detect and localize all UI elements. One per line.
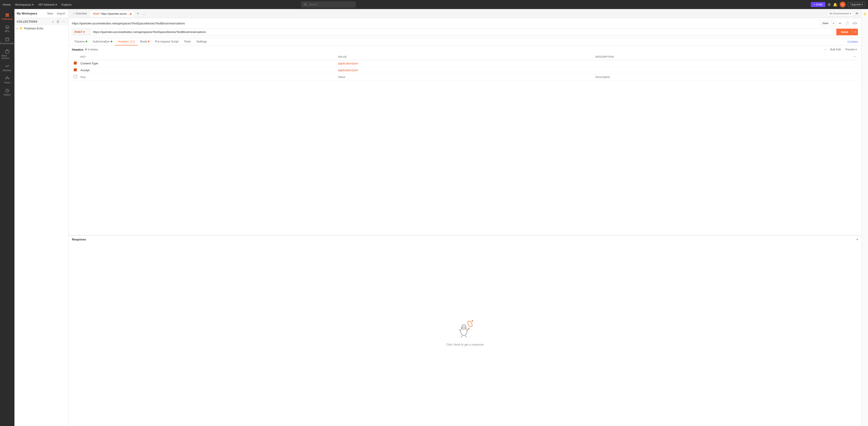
more-collections-button[interactable]: ⋯	[61, 20, 66, 24]
sidebar-item-history[interactable]: History	[1, 87, 13, 98]
nav-workspaces[interactable]: Workspaces ▾	[15, 3, 34, 6]
edit-request-button[interactable]: ✏	[838, 21, 842, 26]
header-key-cell[interactable]: Accept	[79, 67, 336, 74]
headers-table: KEY VALUE DESCRIPTION ⋯	[72, 54, 858, 80]
code-view-button[interactable]: </>	[852, 21, 858, 26]
headers-title: Headers 👁 9 hidden	[72, 48, 98, 51]
svg-rect-7	[6, 38, 9, 41]
tab-settings[interactable]: Settings	[193, 38, 210, 45]
col-value-header: VALUE	[336, 54, 594, 60]
more-tabs-button[interactable]: ...	[141, 11, 147, 16]
upgrade-button[interactable]: Upgrade ▾	[848, 2, 865, 7]
tab-headers[interactable]: Headers (11)	[115, 38, 138, 45]
right-panel-toggle[interactable]: ⚡	[862, 11, 868, 17]
bulk-edit-button[interactable]: Bulk Edit	[829, 47, 842, 52]
new-header-checkbox[interactable]	[74, 75, 77, 78]
sidebar-item-flows[interactable]: Flows	[1, 74, 13, 86]
mock-servers-icon	[5, 49, 9, 54]
request-url-actions: Save ▾ ✏ 📄 </>	[819, 20, 858, 26]
tab-params[interactable]: Params	[72, 38, 90, 45]
add-collection-button[interactable]: +	[51, 20, 55, 24]
header-key-cell[interactable]: Content-Type	[79, 60, 336, 67]
request-url-bar: https://ipamdev.azurewebsites.net/api/sp…	[72, 20, 858, 26]
request-method-bar: POST ▾ Send ▾	[72, 29, 858, 35]
tab-overview[interactable]: ⌂ Overview	[70, 11, 89, 17]
response-header: Response ▾	[72, 238, 858, 241]
tab-prerequest[interactable]: Pre-request Script	[152, 38, 181, 45]
search-input[interactable]	[309, 3, 353, 6]
environment-selector: No Environment ▾ 👁	[827, 11, 860, 16]
nav-api-network[interactable]: API Network ▾	[38, 3, 57, 6]
request-url-display: https://ipamdev.azurewebsites.net/api/sp…	[72, 22, 185, 25]
presets-button[interactable]: Presets ▾	[844, 47, 858, 52]
header-checkbox-1[interactable]	[74, 68, 77, 71]
overview-icon: ⌂	[73, 12, 74, 15]
sidebar-item-collections-label: Collections	[2, 18, 13, 20]
tab-active-request[interactable]: POST https://ipamdev.azure...	[90, 11, 134, 17]
collection-item-postman-echo[interactable]: ▸ 📁 Postman Echo	[14, 25, 68, 31]
svg-rect-9	[5, 51, 9, 53]
response-empty-text: Click Send to get a response	[446, 343, 484, 346]
collections-icon	[5, 13, 9, 17]
main-layout: Collections API APIs Environments Mock S…	[0, 9, 868, 426]
invite-button[interactable]: + Invite	[811, 2, 825, 7]
content-area: ⌂ Overview POST https://ipamdev.azure...…	[69, 9, 861, 426]
sidebar-item-mock-servers[interactable]: Mock Servers	[1, 47, 13, 61]
send-dropdown-button[interactable]: ▾	[852, 29, 858, 35]
save-button[interactable]: Save	[819, 21, 831, 26]
svg-rect-4	[5, 16, 9, 17]
collections-actions: + ☰ ⋯	[51, 20, 66, 24]
import-button[interactable]: Import	[56, 11, 66, 15]
svg-point-29	[471, 335, 472, 336]
sidebar-item-collections[interactable]: Collections	[1, 11, 13, 22]
avatar[interactable]: U	[840, 2, 846, 7]
new-button[interactable]: New	[46, 11, 54, 15]
new-header-desc-input[interactable]	[595, 75, 849, 79]
svg-point-30	[458, 325, 459, 326]
header-value-cell[interactable]: application/json	[336, 60, 594, 67]
flows-icon	[5, 76, 9, 81]
nav-home[interactable]: Home	[3, 3, 11, 6]
col-checkbox	[72, 54, 79, 60]
gear-icon[interactable]: ⚙	[828, 2, 831, 7]
collection-folder-icon: 📁	[19, 27, 23, 30]
request-docs-button[interactable]: 📄	[844, 21, 850, 26]
svg-line-25	[461, 335, 462, 337]
hidden-headers-badge: 👁 9 hidden	[85, 48, 98, 51]
sidebar-item-environments[interactable]: Environments	[1, 35, 13, 46]
env-dropdown[interactable]: No Environment ▾	[827, 11, 853, 16]
sidebar-item-monitors[interactable]: Monitors	[1, 62, 13, 73]
collections-header: Collections + ☰ ⋯	[14, 18, 68, 25]
cookies-link[interactable]: Cookies	[847, 38, 858, 45]
new-header-value-input[interactable]	[338, 75, 592, 79]
url-input[interactable]	[90, 29, 836, 35]
svg-point-0	[304, 3, 306, 5]
body-dot	[148, 41, 149, 42]
tab-body[interactable]: Body	[138, 38, 152, 45]
header-desc-cell[interactable]	[594, 67, 851, 74]
monitors-icon	[5, 64, 9, 68]
tab-authorization[interactable]: Authorization	[90, 38, 115, 45]
method-select[interactable]: POST ▾	[72, 29, 90, 35]
sidebar-item-apis[interactable]: API APIs	[1, 23, 13, 34]
search-icon	[303, 2, 307, 7]
search-bar[interactable]	[301, 2, 355, 7]
nav-explore[interactable]: Explore	[61, 3, 71, 6]
header-row-actions	[851, 60, 858, 67]
save-dropdown-button[interactable]: ▾	[831, 21, 836, 26]
filter-collections-button[interactable]: ☰	[56, 20, 60, 24]
env-eye-button[interactable]: 👁	[855, 11, 860, 16]
header-value-cell[interactable]: application/json	[336, 67, 594, 74]
header-desc-cell[interactable]	[594, 60, 851, 67]
send-dropdown-icon: ▾	[855, 31, 856, 33]
three-dots-button[interactable]: ⋯	[824, 48, 827, 51]
new-header-key-input[interactable]	[81, 75, 334, 79]
request-area: https://ipamdev.azurewebsites.net/api/sp…	[69, 18, 861, 38]
history-icon	[5, 88, 9, 93]
tab-tests[interactable]: Tests	[181, 38, 193, 45]
response-chevron-icon[interactable]: ▾	[857, 238, 858, 241]
add-tab-button[interactable]: +	[135, 11, 140, 17]
send-button[interactable]: Send	[836, 29, 852, 35]
bell-icon[interactable]: 🔔	[833, 2, 837, 7]
header-checkbox-0[interactable]	[74, 62, 77, 65]
